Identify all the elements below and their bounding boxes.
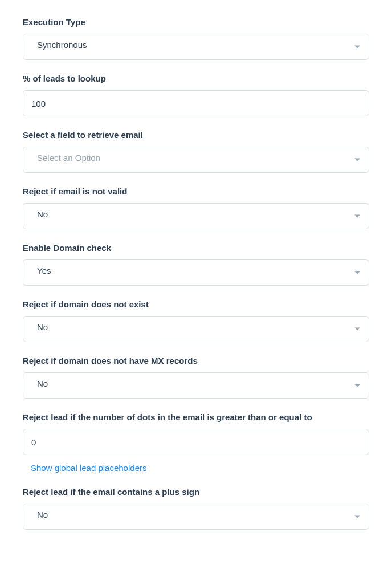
- reject-dots-count-input[interactable]: [23, 429, 369, 455]
- reject-plus-sign-label: Reject lead if the email contains a plus…: [23, 487, 369, 497]
- execution-type-label: Execution Type: [23, 17, 369, 27]
- reject-no-mx-label: Reject if domain does not have MX record…: [23, 356, 369, 366]
- reject-dots-count-group: Reject lead if the number of dots in the…: [23, 412, 369, 473]
- enable-domain-check-group: Enable Domain check Yes: [23, 243, 369, 286]
- percent-leads-group: % of leads to lookup: [23, 74, 369, 116]
- reject-invalid-email-select[interactable]: No: [23, 203, 369, 229]
- retrieve-field-label: Select a field to retrieve email: [23, 130, 369, 140]
- retrieve-field-select-wrapper: Select an Option: [23, 147, 369, 173]
- reject-domain-not-exist-select[interactable]: No: [23, 316, 369, 342]
- enable-domain-check-select[interactable]: Yes: [23, 259, 369, 286]
- enable-domain-check-select-wrapper: Yes: [23, 259, 369, 286]
- reject-plus-sign-group: Reject lead if the email contains a plus…: [23, 487, 369, 530]
- execution-type-group: Execution Type Synchronous: [23, 17, 369, 60]
- reject-no-mx-group: Reject if domain does not have MX record…: [23, 356, 369, 399]
- enable-domain-check-label: Enable Domain check: [23, 243, 369, 253]
- retrieve-field-group: Select a field to retrieve email Select …: [23, 130, 369, 173]
- reject-plus-sign-select-wrapper: No: [23, 504, 369, 530]
- reject-domain-not-exist-label: Reject if domain does not exist: [23, 299, 369, 309]
- reject-domain-not-exist-group: Reject if domain does not exist No: [23, 299, 369, 342]
- reject-invalid-email-group: Reject if email is not valid No: [23, 186, 369, 229]
- show-placeholders-link[interactable]: Show global lead placeholders: [31, 463, 146, 473]
- reject-domain-not-exist-select-wrapper: No: [23, 316, 369, 342]
- reject-no-mx-select[interactable]: No: [23, 372, 369, 399]
- percent-leads-input[interactable]: [23, 90, 369, 116]
- execution-type-select-wrapper: Synchronous: [23, 34, 369, 60]
- execution-type-select[interactable]: Synchronous: [23, 34, 369, 60]
- reject-invalid-email-select-wrapper: No: [23, 203, 369, 229]
- percent-leads-label: % of leads to lookup: [23, 74, 369, 83]
- reject-plus-sign-select[interactable]: No: [23, 504, 369, 530]
- reject-invalid-email-label: Reject if email is not valid: [23, 186, 369, 196]
- reject-dots-count-label: Reject lead if the number of dots in the…: [23, 412, 369, 422]
- retrieve-field-select[interactable]: Select an Option: [23, 147, 369, 173]
- reject-no-mx-select-wrapper: No: [23, 372, 369, 399]
